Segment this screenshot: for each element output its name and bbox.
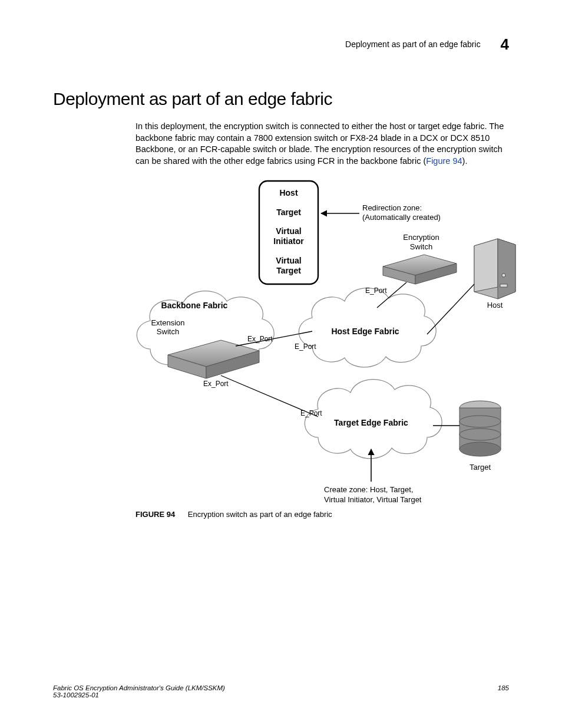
figure-caption-text: Encryption switch as part of an edge fab…: [188, 510, 332, 519]
page-footer: 185 Fabric OS Encryption Administrator's…: [53, 684, 509, 699]
figure-caption: FIGURE 94 Encryption switch as part of a…: [135, 510, 509, 519]
encryption-switch-label-1: Encryption: [403, 233, 439, 242]
running-header: Deployment as part of an edge fabric 4: [53, 35, 509, 54]
create-zone-label-1: Create zone: Host, Target,: [324, 485, 414, 494]
host-edge-fabric-label: Host Edge Fabric: [331, 327, 399, 336]
backbone-fabric-label: Backbone Fabric: [161, 301, 228, 310]
svg-rect-7: [500, 284, 507, 287]
body-tail: ).: [462, 156, 468, 166]
page-number: 185: [498, 684, 509, 691]
redir-box-line1: Host: [279, 188, 297, 197]
footer-docnum: 53-1002925-01: [53, 691, 509, 699]
figure-xref[interactable]: Figure 94: [426, 156, 462, 166]
redir-box-line6: Target: [276, 266, 301, 275]
redir-box-line4: Initiator: [273, 236, 304, 246]
extension-switch-label-2: Switch: [157, 327, 179, 336]
encryption-switch-label-2: Switch: [410, 242, 432, 251]
target-edge-fabric-label: Target Edge Fabric: [334, 418, 408, 427]
running-title: Deployment as part of an edge fabric: [345, 39, 481, 49]
host-tower-icon: [474, 239, 515, 299]
eport-label-1: E_Port: [365, 286, 387, 295]
redir-zone-label-2: (Automatically created): [362, 213, 441, 222]
redir-zone-label-1: Redirection zone:: [362, 203, 422, 212]
redir-box-line5: Virtual: [276, 256, 301, 265]
eport-label-3: E_Port: [300, 409, 322, 417]
svg-marker-4: [474, 239, 498, 292]
footer-book: Fabric OS Encryption Administrator's Gui…: [53, 684, 509, 691]
export-label-1: Ex_Port: [247, 335, 273, 343]
figure-diagram: Backbone Fabric Extension Switch Host Ed…: [135, 175, 524, 505]
host-label: Host: [487, 301, 503, 309]
eport-label-2: E_Port: [295, 342, 316, 351]
encryption-switch-icon: [383, 255, 457, 284]
line-hostedge-host: [427, 284, 474, 334]
extension-switch-label-1: Extension: [151, 318, 184, 327]
export-label-2: Ex_Port: [203, 380, 229, 388]
section-title: Deployment as part of an edge fabric: [53, 89, 509, 109]
svg-marker-5: [498, 239, 515, 299]
body-paragraph: In this deployment, the encryption switc…: [135, 121, 509, 167]
svg-point-13: [459, 442, 501, 456]
redir-box-line2: Target: [276, 207, 301, 217]
target-label: Target: [470, 463, 491, 472]
chapter-number: 4: [501, 35, 509, 54]
redir-box-line3: Virtual: [276, 226, 301, 236]
target-storage-icon: [459, 401, 501, 456]
create-zone-label-2: Virtual Initiator, Virtual Target: [324, 495, 422, 504]
figure-caption-label: FIGURE 94: [135, 510, 175, 519]
svg-point-6: [502, 274, 505, 277]
